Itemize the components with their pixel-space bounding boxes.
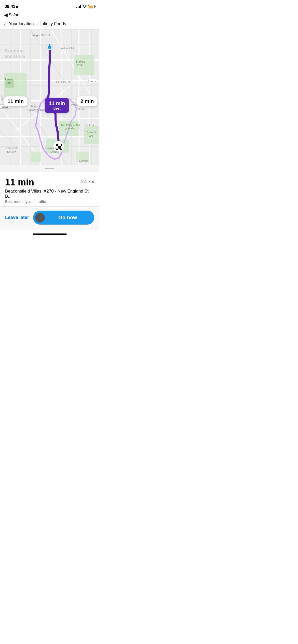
- svg-text:Park: Park: [6, 81, 11, 84]
- route-callout-right[interactable]: 2 min: [77, 96, 97, 106]
- route-desc: Best route, typical traffic: [5, 199, 94, 204]
- route-time-left: 11 min: [8, 98, 24, 104]
- nav-header: ‹ Your location → Infinity Foods: [0, 19, 99, 30]
- svg-text:The Level: The Level: [84, 124, 95, 127]
- svg-text:Churchill: Churchill: [6, 147, 17, 150]
- bottom-panel: 11 min 3.1 km Beaconsfield Villas, A270 …: [0, 172, 99, 206]
- breadcrumb: Your location → Infinity Foods: [9, 21, 66, 26]
- map-container[interactable]: Ashford Rd Florence Rd A270 B2120 String…: [0, 30, 99, 172]
- route-time-best: 11 min: [49, 100, 65, 106]
- signal-icon: [76, 5, 81, 8]
- svg-rect-45: [61, 144, 62, 146]
- go-now-label: Go now: [58, 215, 77, 221]
- svg-text:Stringer School: Stringer School: [31, 34, 50, 37]
- svg-text:Edward: Edward: [79, 159, 88, 162]
- svg-text:Park: Park: [77, 64, 83, 67]
- safari-back-button[interactable]: ◀ Safari: [4, 11, 95, 19]
- svg-text:Dyke: Dyke: [1, 95, 4, 101]
- status-icons: [76, 5, 95, 9]
- svg-text:St. Peter's Church: St. Peter's Church: [61, 123, 81, 126]
- svg-text:grounds: grounds: [65, 127, 74, 130]
- svg-text:Preston: Preston: [5, 78, 14, 81]
- svg-text:Queen's: Queen's: [87, 131, 96, 134]
- svg-text:Garden: Garden: [50, 150, 59, 153]
- drag-handle[interactable]: [0, 165, 99, 172]
- safari-nav: ◀ Safari: [0, 11, 99, 19]
- svg-rect-36: [31, 152, 41, 162]
- route-header: 11 min 3.1 km: [5, 177, 94, 188]
- svg-text:Blakers: Blakers: [76, 60, 85, 63]
- svg-rect-43: [56, 144, 58, 146]
- svg-text:and Hove: and Hove: [5, 54, 25, 59]
- drag-pill: [45, 168, 54, 169]
- svg-text:Brighton: Brighton: [31, 105, 40, 108]
- wifi-icon: [83, 5, 87, 9]
- svg-text:Railway Station: Railway Station: [28, 109, 45, 111]
- route-callout-best[interactable]: 11 min Best: [45, 98, 69, 113]
- status-bar: 09:41 ▶: [0, 0, 99, 11]
- leave-later-button[interactable]: Leave later: [5, 215, 29, 220]
- svg-text:Park: Park: [88, 135, 93, 137]
- svg-text:The Pa: The Pa: [75, 107, 84, 110]
- svg-point-54: [48, 46, 51, 49]
- go-now-button[interactable]: Go now: [33, 211, 94, 225]
- breadcrumb-from: Your location: [9, 21, 34, 26]
- svg-text:A270: A270: [90, 80, 96, 83]
- status-time: 09:41: [5, 4, 15, 9]
- breadcrumb-arrow: →: [35, 22, 39, 26]
- breadcrumb-to: Infinity Foods: [40, 21, 66, 26]
- back-button[interactable]: ‹: [4, 21, 9, 27]
- go-now-icon: [35, 213, 45, 223]
- home-pill: [33, 233, 67, 235]
- route-callout-left[interactable]: 11 min: [4, 96, 27, 106]
- battery-icon: [88, 5, 95, 8]
- svg-text:Florence Rd: Florence Rd: [56, 81, 70, 83]
- route-distance: 3.1 km: [81, 179, 94, 184]
- home-indicator: [0, 230, 99, 238]
- svg-text:Royal Pavilion: Royal Pavilion: [45, 147, 63, 150]
- action-buttons: Leave later Go now: [0, 206, 99, 230]
- route-best-label: Best: [49, 106, 65, 110]
- route-time-main: 11 min: [5, 177, 34, 188]
- svg-rect-44: [58, 144, 61, 146]
- route-time-right: 2 min: [80, 98, 94, 104]
- svg-text:Square: Square: [7, 150, 16, 153]
- location-icon: ▶: [16, 5, 19, 9]
- svg-text:Ashford Rd: Ashford Rd: [61, 47, 74, 50]
- route-name: Beaconsfield Villas, A270 - New England …: [5, 189, 94, 199]
- svg-text:Brighton: Brighton: [5, 48, 24, 53]
